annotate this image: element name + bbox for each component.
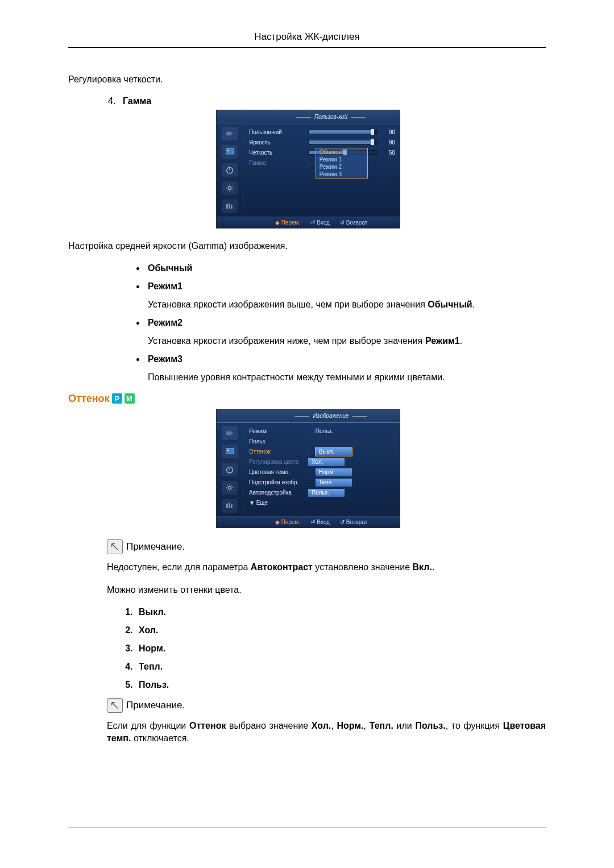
footer-enter: ⏎Вход [310, 519, 330, 525]
list-item: Режим3 Повышение уровня контрастности ме… [146, 354, 546, 383]
osd-title: Пользов-кий [285, 114, 377, 120]
input-icon [222, 426, 238, 440]
list-item: Режим2 Установка яркости изображения ниж… [146, 318, 546, 346]
osd-label: Регулировка цвета [249, 459, 305, 465]
slider-value: 90 [385, 129, 395, 135]
tone-selected[interactable]: Выкл. [316, 448, 352, 456]
osd-titlebar: Изображение [217, 410, 400, 423]
select-box[interactable]: Хол. [308, 458, 345, 466]
list-item: Выкл. [135, 607, 546, 617]
list-item: Польз. [135, 680, 546, 690]
list-item: Обычный [146, 263, 546, 273]
dropdown-option[interactable]: Режим 3 [316, 171, 367, 178]
mode1-desc: Установка яркости изображения выше, чем … [148, 300, 546, 310]
osd-label: Подстройка изобр. [249, 479, 305, 485]
osd-label: Оттенок [249, 448, 305, 455]
note-text-1: Недоступен, если для параметра Автоконтр… [107, 561, 546, 574]
osd-footer: ◆Перем. ⏎Вход ↺Возврат [217, 217, 400, 228]
osd-row-tone[interactable]: Оттенок : Выкл. [249, 447, 395, 457]
osd-title: Изображение [285, 413, 377, 419]
gamma-dropdown[interactable]: Обычный Режим 1 Режим 2 Режим 3 [316, 148, 368, 178]
osd-row-custom: Пользов-кий 90 [249, 127, 395, 137]
osd-sidebar [217, 123, 243, 217]
osd-titlebar: Пользов-кий [217, 110, 400, 123]
select-box[interactable]: Польз. [308, 489, 345, 497]
osd-row: Автоподстройка Польз. [249, 488, 395, 498]
osd-label: Режим [249, 428, 305, 434]
list-item: Норм. [135, 643, 546, 654]
sharpness-desc: Регулировка четкости. [68, 73, 546, 86]
osd-row: Польз. [249, 437, 395, 447]
slider[interactable] [308, 140, 378, 144]
svg-rect-1 [226, 149, 233, 154]
dropdown-option[interactable]: Режим 1 [316, 156, 367, 163]
osd-sidebar [217, 423, 243, 516]
select-box[interactable]: Норм. [316, 468, 352, 476]
osd-row: Регулировка цвета Хол. [249, 457, 395, 467]
osd-gamma-panel: Пользов-кий Пользов-кий 90 Яркость [216, 110, 400, 229]
osd-more[interactable]: ▼ Еще [249, 498, 395, 508]
footer-return: ↺Возврат [340, 519, 368, 525]
source-list-icon [222, 499, 238, 513]
page-header: Настройка ЖК-дисплея [68, 31, 546, 48]
osd-row: Режим : Польз. [249, 426, 395, 437]
svg-rect-0 [226, 132, 231, 136]
note-heading-2: Примечание. [107, 698, 546, 713]
page: Настройка ЖК-дисплея Регулировка четкост… [0, 0, 614, 868]
footer-return: ↺Возврат [340, 219, 368, 226]
slider-value: 50 [385, 149, 395, 156]
settings-icon [222, 481, 238, 495]
tone-list: Выкл. Хол. Норм. Тепл. Польз. [68, 607, 546, 690]
badge-p: P [112, 393, 122, 404]
footer-move: ◆Перем. [275, 519, 301, 525]
slider[interactable] [308, 130, 378, 134]
svg-rect-6 [229, 203, 230, 209]
note-icon [107, 539, 123, 554]
svg-rect-5 [226, 204, 228, 209]
gamma-mode-list: Обычный Режим1 Установка яркости изображ… [68, 263, 546, 383]
footer-rule [68, 828, 546, 828]
osd-row: Цветовая темп. : Норм. [249, 467, 395, 477]
mode3-desc: Повышение уровня контрастности между тем… [148, 372, 546, 383]
osd-label: Польз. [249, 438, 305, 445]
osd-row-gamma[interactable]: Гамма : Обычный Режим 1 Режим 2 Режим 3 [249, 157, 395, 168]
osd-row-brightness: Яркость 90 [249, 137, 395, 147]
picture-icon [222, 145, 238, 159]
timer-icon [222, 463, 238, 476]
svg-rect-15 [231, 504, 233, 508]
note-heading: Примечание. [107, 539, 546, 554]
osd-footer: ◆Перем. ⏎Вход ↺Возврат [217, 516, 400, 528]
osd-label: Гамма [249, 160, 305, 166]
dropdown-option[interactable]: Обычный [316, 148, 367, 156]
note-icon [107, 698, 123, 713]
tone-change-text: Можно изменить оттенки цвета. [107, 584, 546, 596]
footer-enter: ⏎Вход [310, 219, 330, 226]
osd-row: Подстройка изобр. : Тепл. [249, 477, 395, 488]
settings-icon [222, 181, 238, 195]
svg-point-4 [228, 187, 231, 190]
osd-label: Яркость [249, 139, 305, 146]
osd-value: Польз. [316, 428, 333, 434]
svg-rect-13 [226, 504, 228, 508]
osd-label: Цветовая темп. [249, 469, 305, 475]
svg-rect-9 [226, 448, 233, 453]
svg-rect-8 [226, 431, 231, 435]
osd-tone-panel: Изображение Режим : Польз. Польз. [216, 409, 400, 528]
svg-rect-7 [231, 205, 233, 209]
select-box[interactable]: Тепл. [316, 479, 352, 487]
list-item: Хол. [135, 625, 546, 636]
dropdown-option[interactable]: Режим 2 [316, 163, 367, 171]
timer-icon [222, 163, 238, 177]
item-4: 4. Гамма [108, 96, 546, 106]
input-icon [222, 127, 238, 140]
badge-m: M [125, 393, 135, 404]
mode2-desc: Установка яркости изображения ниже, чем … [148, 336, 546, 346]
item-4-num: 4. [108, 96, 123, 106]
list-item: Режим1 Установка яркости изображения выш… [146, 281, 546, 310]
svg-rect-14 [229, 502, 230, 508]
svg-point-2 [227, 150, 229, 152]
slider-value: 90 [385, 139, 395, 146]
footer-move: ◆Перем. [275, 219, 301, 226]
osd-label: Четкость [249, 149, 305, 156]
picture-icon [222, 445, 238, 458]
